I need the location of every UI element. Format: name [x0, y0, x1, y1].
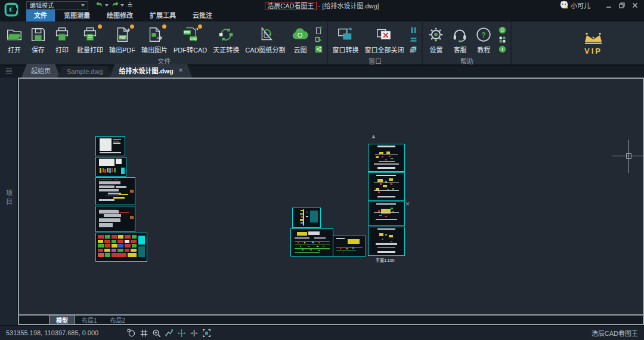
refresh-icon[interactable] [499, 26, 506, 34]
grid-icon[interactable] [140, 329, 148, 338]
ribbon-button-print[interactable]: 打印 [50, 23, 74, 56]
ribbon-button-batch-print[interactable]: 批量打印 [74, 23, 106, 56]
sheet-graphic [125, 244, 131, 248]
sheet-graphic [308, 231, 319, 235]
tab-list-icon[interactable] [5, 67, 13, 75]
document-tab-0[interactable]: 起始页 [21, 64, 60, 78]
sheet-profile-1[interactable] [290, 228, 333, 256]
bars-icon[interactable] [410, 36, 417, 44]
sheet-graphic [348, 239, 359, 245]
polyline-icon[interactable] [165, 329, 174, 338]
sheet-graphic [114, 168, 116, 172]
sheet-graphic [376, 156, 379, 159]
sheet-notes[interactable] [95, 157, 126, 177]
sheet-plan-4[interactable] [368, 227, 405, 256]
sheet-spec-2[interactable] [95, 206, 135, 232]
ribbon-mini-column-2: i [496, 26, 509, 53]
sheet-graphic [385, 159, 387, 160]
doc-title: - [给排水设计图.dwg] [317, 2, 379, 10]
sheet-graphic [112, 235, 117, 239]
sheet-spec-1[interactable] [95, 177, 135, 205]
sheet-graphic [114, 180, 119, 180]
svg-text:?: ? [482, 30, 486, 39]
sheet-graphic [104, 169, 106, 173]
sheet-profile-2[interactable] [333, 236, 366, 256]
zoom-icon[interactable] [152, 329, 161, 338]
ribbon-button-pdf-to-cad[interactable]: PDFCADPDF转CAD [171, 23, 210, 56]
cursor-coordinates: 531355.198, 110397.685, 0.000 [6, 329, 98, 336]
ribbon-button-save[interactable]: 保存 [26, 23, 50, 56]
sheet-graphic [306, 216, 308, 217]
info-icon[interactable]: i [499, 45, 506, 53]
sheet-schedule[interactable] [95, 233, 147, 262]
sheet-title-block[interactable] [95, 136, 125, 156]
ribbon-button-tianzheng-convert[interactable]: 天正转换 [210, 23, 242, 56]
ribbon-button-label: 窗口转换 [332, 45, 358, 54]
crosshair-vertical-line [628, 140, 629, 173]
ribbon-button-export-pdf[interactable]: PDF输出PDF [106, 23, 138, 56]
ribbon-button-tutorial[interactable]: ?教程 [472, 23, 496, 56]
layout-tab-1[interactable]: 布局1 [75, 316, 104, 324]
ribbon: 打开保存打印批量打印PDF输出PDF输出图片PDFCADPDF转CAD天正转换C… [0, 21, 644, 66]
measure-icon[interactable] [190, 329, 199, 338]
sheet-graphic [385, 216, 388, 218]
menu-tab-1[interactable]: 览图测量 [56, 9, 98, 21]
sheet-graphic [310, 249, 312, 251]
sheet-graphic [98, 240, 103, 243]
ribbon-button-label: 设置 [429, 45, 442, 54]
extents-icon[interactable] [202, 329, 211, 338]
ribbon-button-export-image[interactable]: 输出图片 [138, 23, 171, 56]
ribbon-button-cad-split[interactable]: CAD图纸分割 [242, 23, 288, 56]
sheet-graphic [103, 168, 104, 172]
ribbon-button-open-folder[interactable]: 打开 [2, 23, 26, 56]
compare-icon[interactable] [315, 36, 323, 44]
sheet-graphic [377, 196, 395, 197]
orbit-icon[interactable] [127, 329, 136, 338]
tab-close-icon[interactable]: × [179, 66, 183, 75]
menu-tab-2[interactable]: 绘图修改 [99, 9, 141, 21]
move-icon[interactable] [177, 329, 186, 338]
sheet-graphic [295, 237, 309, 239]
share-icon[interactable] [315, 45, 323, 53]
sheet-graphic [99, 223, 113, 227]
menu-tab-3[interactable]: 扩展工具 [142, 9, 184, 21]
drawing-canvas[interactable]: A平面1:100× [19, 79, 643, 314]
sheet-graphic [117, 240, 123, 243]
sheet-graphic [128, 253, 137, 257]
ribbon-button-label: 输出PDF [109, 45, 135, 54]
ribbon-button-label: 教程 [477, 45, 490, 54]
ribbon-button-window-switch[interactable]: 窗口转换 [329, 23, 361, 56]
sheet-graphic [308, 246, 310, 247]
menu-tab-4[interactable]: 云批注 [185, 9, 220, 21]
vip-badge[interactable]: VIP [581, 21, 606, 64]
layout-tab-0[interactable]: 模型 [49, 316, 75, 324]
ribbon-group-label: 帮助 [423, 56, 510, 65]
sheet-plan-3[interactable] [368, 202, 405, 226]
ribbon-group-label: 窗口 [328, 56, 422, 65]
ribbon-button-support[interactable]: 客服 [448, 23, 472, 56]
status-toolbar [127, 329, 211, 338]
sheet-riser[interactable] [292, 208, 321, 228]
ribbon-button-cloud[interactable]: 云图 [288, 23, 312, 56]
sheet-graphic [112, 240, 117, 243]
sheet-plan-2[interactable] [368, 172, 405, 201]
sheet-graphic [132, 235, 137, 239]
layout-tab-2[interactable]: 布局2 [104, 316, 132, 324]
new-doc-icon[interactable] [315, 26, 323, 34]
vip-label: VIP [584, 47, 602, 55]
ribbon-button-settings[interactable]: 设置 [424, 23, 448, 56]
sheet-graphic [380, 183, 382, 185]
sheet-plan-1[interactable] [368, 144, 405, 172]
project-panel-strip[interactable]: 项目 [0, 78, 18, 325]
menu-tab-0[interactable]: 文件 [26, 9, 55, 21]
apps-icon[interactable] [499, 36, 506, 44]
cascade-icon[interactable] [410, 45, 417, 53]
document-tab-1[interactable]: Sample.dwg [57, 66, 113, 78]
sheet-graphic [98, 253, 104, 257]
sheet-graphic [302, 249, 304, 251]
document-tab-2[interactable]: 给排水设计图.dwg× [110, 64, 193, 78]
sheet-graphic [104, 214, 121, 217]
pause-icon[interactable] [410, 26, 417, 34]
ribbon-button-close-all-windows[interactable]: 窗口全部关闭 [361, 23, 407, 56]
window-switch-icon [336, 25, 354, 44]
